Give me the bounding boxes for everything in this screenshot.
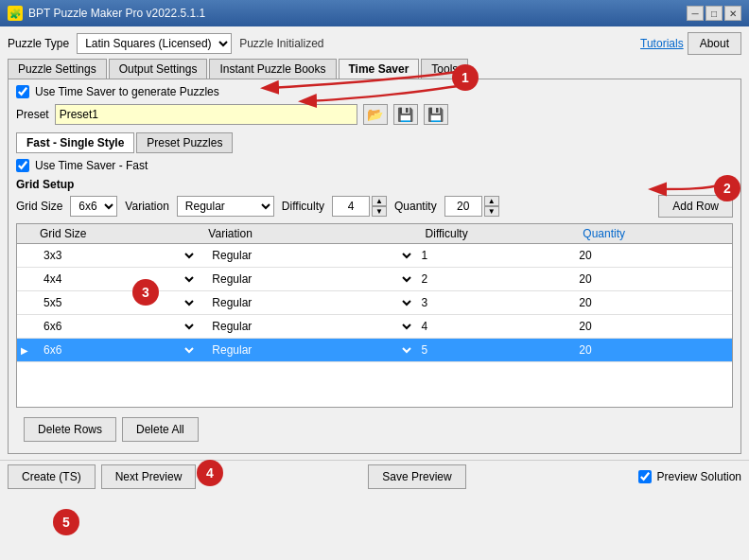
tab-output-settings[interactable]: Output Settings	[109, 59, 208, 79]
sub-tab-fast-single-style[interactable]: Fast - Single Style	[16, 132, 134, 153]
use-time-saver-fast-checkbox[interactable]	[16, 159, 29, 172]
close-button[interactable]: ✕	[724, 6, 741, 21]
sub-tabs: Fast - Single Style Preset Puzzles	[16, 132, 733, 153]
use-time-saver-checkbox[interactable]	[16, 85, 29, 98]
row-indicator	[17, 315, 32, 339]
table-row[interactable]: ▶ 3x34x45x56x67x78x89x9 RegularDiagonal …	[17, 339, 732, 362]
tab-instant-puzzle-books[interactable]: Instant Puzzle Books	[209, 59, 336, 79]
table-row[interactable]: 3x34x45x56x67x78x89x9 RegularDiagonal 4 …	[17, 315, 732, 339]
status-text: Puzzle Initialized	[239, 37, 323, 50]
difficulty-down-button[interactable]: ▼	[372, 206, 387, 217]
row-variation-select[interactable]: RegularDiagonal	[204, 270, 413, 289]
preset-input[interactable]: Preset1	[55, 104, 357, 125]
quantity-label: Quantity	[394, 200, 437, 213]
save-preset-button[interactable]: 💾	[393, 104, 418, 125]
table-row[interactable]: 3x34x45x56x67x78x89x9 RegularDiagonal 2 …	[17, 268, 732, 291]
annotation-5: 5	[53, 509, 79, 535]
delete-rows-button[interactable]: Delete Rows	[24, 417, 116, 442]
title-bar: 🧩 BPT Puzzle Maker Pro v2022.5.1.1 ─ □ ✕	[0, 0, 749, 26]
tab-time-saver[interactable]: Time Saver	[339, 59, 420, 79]
row-variation-select[interactable]: RegularDiagonal	[204, 317, 413, 336]
cell-grid-size: 3x34x45x56x67x78x89x9	[32, 315, 200, 339]
puzzle-type-select[interactable]: Latin Squares (Licensed) Word Search Cro…	[77, 33, 232, 54]
row-variation-select[interactable]: RegularDiagonal	[204, 341, 413, 359]
row-grid-size-select[interactable]: 3x34x45x56x67x78x89x9	[36, 317, 197, 336]
row-variation-select[interactable]: RegularDiagonal	[204, 246, 413, 265]
use-time-saver-fast-label: Use Time Saver - Fast	[35, 159, 148, 172]
cell-difficulty: 2	[418, 268, 576, 291]
preset-label: Preset	[16, 108, 49, 121]
cell-difficulty: 3	[418, 291, 576, 315]
cell-quantity: 20	[575, 291, 732, 315]
row-grid-size-select[interactable]: 3x34x45x56x67x78x89x9	[36, 270, 197, 289]
tutorials-link[interactable]: Tutorials	[640, 32, 684, 55]
app-icon: 🧩	[8, 6, 23, 21]
row-indicator: ▶	[17, 339, 32, 362]
quantity-down-button[interactable]: ▼	[484, 206, 499, 217]
grid-setup-title: Grid Setup	[16, 178, 74, 191]
annotation-4: 4	[197, 460, 223, 486]
save-as-preset-button[interactable]: 💾	[424, 104, 448, 125]
grid-table: Grid Size Variation Difficulty Quantity …	[17, 224, 732, 362]
cell-quantity: 20	[575, 315, 732, 339]
row-grid-size-select[interactable]: 3x34x45x56x67x78x89x9	[36, 341, 197, 359]
row-variation-select[interactable]: RegularDiagonal	[204, 293, 413, 312]
variation-select[interactable]: RegularDiagonalAnti-Diagonal	[177, 196, 274, 217]
cell-grid-size: 3x34x45x56x67x78x89x9	[32, 339, 200, 362]
puzzle-type-label: Puzzle Type	[8, 37, 69, 50]
row-indicator	[17, 268, 32, 291]
about-button[interactable]: About	[688, 32, 741, 55]
cell-variation: RegularDiagonal	[200, 339, 417, 362]
grid-size-label: Grid Size	[16, 200, 62, 213]
cell-quantity: 20	[575, 268, 732, 291]
cell-quantity: 20	[575, 339, 732, 362]
create-ts-button[interactable]: Create (TS)	[8, 464, 96, 489]
use-time-saver-label: Use Time Saver to generate Puzzles	[35, 85, 219, 98]
cell-quantity: 20	[575, 244, 732, 268]
annotation-3: 3	[132, 279, 159, 306]
open-preset-button[interactable]: 📂	[363, 104, 388, 125]
maximize-button[interactable]: □	[705, 6, 723, 21]
minimize-button[interactable]: ─	[687, 6, 704, 21]
difficulty-up-button[interactable]: ▲	[372, 196, 387, 206]
cell-difficulty: 1	[418, 244, 576, 268]
row-indicator	[17, 244, 32, 268]
cell-difficulty: 5	[418, 339, 576, 362]
grid-size-select[interactable]: 3x34x45x56x67x78x89x9	[70, 196, 117, 217]
col-grid-size: Grid Size	[32, 224, 200, 244]
cell-grid-size: 3x34x45x56x67x78x89x9	[32, 268, 200, 291]
footer-bar: Create (TS) Next Preview Save Preview Pr…	[0, 460, 749, 493]
main-tabs: Puzzle Settings Output Settings Instant …	[8, 59, 741, 79]
col-difficulty: Difficulty	[418, 224, 576, 244]
app-title: BPT Puzzle Maker Pro v2022.5.1.1	[28, 7, 205, 20]
quantity-input[interactable]	[444, 196, 482, 217]
cell-variation: RegularDiagonal	[200, 244, 417, 268]
col-variation: Variation	[200, 224, 417, 244]
cell-variation: RegularDiagonal	[200, 268, 417, 291]
col-quantity: Quantity	[575, 224, 732, 244]
row-indicator	[17, 291, 32, 315]
preview-solution-label: Preview Solution	[657, 470, 741, 483]
cell-variation: RegularDiagonal	[200, 315, 417, 339]
annotation-2: 2	[714, 175, 740, 201]
variation-label: Variation	[125, 200, 168, 213]
grid-table-container: Grid Size Variation Difficulty Quantity …	[16, 223, 733, 408]
cell-difficulty: 4	[418, 315, 576, 339]
difficulty-label: Difficulty	[282, 200, 324, 213]
save-preview-button[interactable]: Save Preview	[368, 464, 465, 489]
row-grid-size-select[interactable]: 3x34x45x56x67x78x89x9	[36, 293, 197, 312]
tab-puzzle-settings[interactable]: Puzzle Settings	[8, 59, 107, 79]
next-preview-button[interactable]: Next Preview	[101, 464, 197, 489]
table-row[interactable]: 3x34x45x56x67x78x89x9 RegularDiagonal 1 …	[17, 244, 732, 268]
cell-grid-size: 3x34x45x56x67x78x89x9	[32, 291, 200, 315]
cell-variation: RegularDiagonal	[200, 291, 417, 315]
annotation-1: 1	[452, 64, 479, 91]
cell-grid-size: 3x34x45x56x67x78x89x9	[32, 244, 200, 268]
delete-all-button[interactable]: Delete All	[122, 417, 199, 442]
preview-solution-checkbox[interactable]	[638, 470, 652, 483]
table-row[interactable]: 3x34x45x56x67x78x89x9 RegularDiagonal 3 …	[17, 291, 732, 315]
difficulty-input[interactable]	[332, 196, 370, 217]
sub-tab-preset-puzzles[interactable]: Preset Puzzles	[136, 132, 233, 153]
quantity-up-button[interactable]: ▲	[484, 196, 499, 206]
row-grid-size-select[interactable]: 3x34x45x56x67x78x89x9	[36, 246, 197, 265]
